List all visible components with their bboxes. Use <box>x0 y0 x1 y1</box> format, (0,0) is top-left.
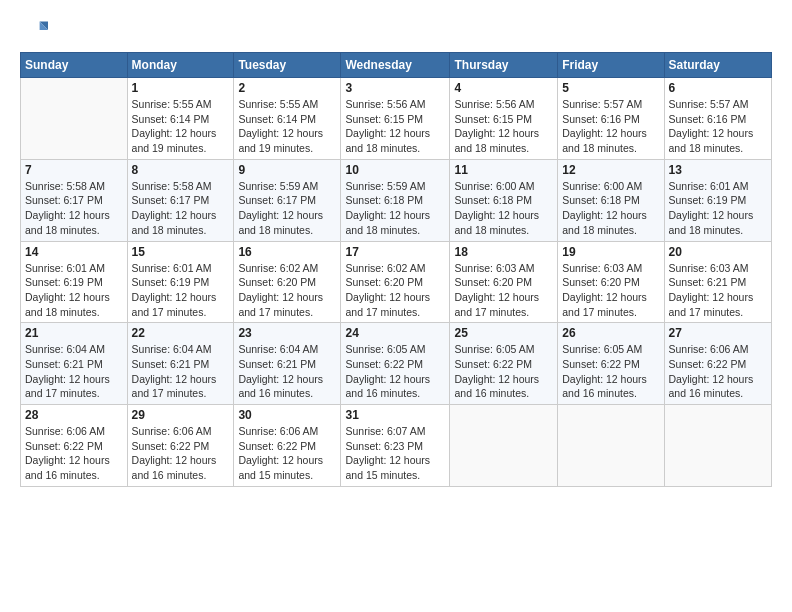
weekday-header-sunday: Sunday <box>21 53 128 78</box>
day-info: Sunrise: 5:55 AMSunset: 6:14 PMDaylight:… <box>238 97 336 156</box>
header <box>20 16 772 44</box>
weekday-header-saturday: Saturday <box>664 53 771 78</box>
day-number: 16 <box>238 245 336 259</box>
day-info: Sunrise: 6:04 AMSunset: 6:21 PMDaylight:… <box>238 342 336 401</box>
day-number: 9 <box>238 163 336 177</box>
calendar-cell <box>450 405 558 487</box>
calendar-cell: 23Sunrise: 6:04 AMSunset: 6:21 PMDayligh… <box>234 323 341 405</box>
calendar-cell: 29Sunrise: 6:06 AMSunset: 6:22 PMDayligh… <box>127 405 234 487</box>
calendar-cell: 2Sunrise: 5:55 AMSunset: 6:14 PMDaylight… <box>234 78 341 160</box>
calendar-cell: 1Sunrise: 5:55 AMSunset: 6:14 PMDaylight… <box>127 78 234 160</box>
day-info: Sunrise: 6:06 AMSunset: 6:22 PMDaylight:… <box>132 424 230 483</box>
calendar-cell: 4Sunrise: 5:56 AMSunset: 6:15 PMDaylight… <box>450 78 558 160</box>
day-info: Sunrise: 6:00 AMSunset: 6:18 PMDaylight:… <box>562 179 659 238</box>
calendar-cell: 19Sunrise: 6:03 AMSunset: 6:20 PMDayligh… <box>558 241 664 323</box>
day-number: 26 <box>562 326 659 340</box>
day-number: 30 <box>238 408 336 422</box>
day-number: 6 <box>669 81 767 95</box>
calendar-cell: 5Sunrise: 5:57 AMSunset: 6:16 PMDaylight… <box>558 78 664 160</box>
calendar-cell: 15Sunrise: 6:01 AMSunset: 6:19 PMDayligh… <box>127 241 234 323</box>
calendar-cell: 17Sunrise: 6:02 AMSunset: 6:20 PMDayligh… <box>341 241 450 323</box>
calendar-cell: 21Sunrise: 6:04 AMSunset: 6:21 PMDayligh… <box>21 323 128 405</box>
day-number: 24 <box>345 326 445 340</box>
day-number: 23 <box>238 326 336 340</box>
day-number: 17 <box>345 245 445 259</box>
calendar-body: 1Sunrise: 5:55 AMSunset: 6:14 PMDaylight… <box>21 78 772 487</box>
calendar-cell: 28Sunrise: 6:06 AMSunset: 6:22 PMDayligh… <box>21 405 128 487</box>
calendar-week-row: 7Sunrise: 5:58 AMSunset: 6:17 PMDaylight… <box>21 159 772 241</box>
weekday-header-wednesday: Wednesday <box>341 53 450 78</box>
day-number: 20 <box>669 245 767 259</box>
day-number: 14 <box>25 245 123 259</box>
calendar-header: SundayMondayTuesdayWednesdayThursdayFrid… <box>21 53 772 78</box>
calendar-week-row: 1Sunrise: 5:55 AMSunset: 6:14 PMDaylight… <box>21 78 772 160</box>
calendar-cell: 8Sunrise: 5:58 AMSunset: 6:17 PMDaylight… <box>127 159 234 241</box>
weekday-header-tuesday: Tuesday <box>234 53 341 78</box>
calendar-week-row: 28Sunrise: 6:06 AMSunset: 6:22 PMDayligh… <box>21 405 772 487</box>
calendar-cell: 10Sunrise: 5:59 AMSunset: 6:18 PMDayligh… <box>341 159 450 241</box>
calendar-cell: 18Sunrise: 6:03 AMSunset: 6:20 PMDayligh… <box>450 241 558 323</box>
day-info: Sunrise: 6:00 AMSunset: 6:18 PMDaylight:… <box>454 179 553 238</box>
calendar-cell: 3Sunrise: 5:56 AMSunset: 6:15 PMDaylight… <box>341 78 450 160</box>
day-info: Sunrise: 6:04 AMSunset: 6:21 PMDaylight:… <box>25 342 123 401</box>
day-info: Sunrise: 6:04 AMSunset: 6:21 PMDaylight:… <box>132 342 230 401</box>
day-info: Sunrise: 6:07 AMSunset: 6:23 PMDaylight:… <box>345 424 445 483</box>
day-number: 3 <box>345 81 445 95</box>
logo <box>20 16 52 44</box>
day-info: Sunrise: 5:59 AMSunset: 6:18 PMDaylight:… <box>345 179 445 238</box>
calendar-cell: 22Sunrise: 6:04 AMSunset: 6:21 PMDayligh… <box>127 323 234 405</box>
day-info: Sunrise: 5:58 AMSunset: 6:17 PMDaylight:… <box>25 179 123 238</box>
calendar-cell: 6Sunrise: 5:57 AMSunset: 6:16 PMDaylight… <box>664 78 771 160</box>
day-info: Sunrise: 5:56 AMSunset: 6:15 PMDaylight:… <box>345 97 445 156</box>
calendar-cell: 13Sunrise: 6:01 AMSunset: 6:19 PMDayligh… <box>664 159 771 241</box>
day-number: 21 <box>25 326 123 340</box>
calendar-cell: 31Sunrise: 6:07 AMSunset: 6:23 PMDayligh… <box>341 405 450 487</box>
weekday-header-thursday: Thursday <box>450 53 558 78</box>
calendar-cell: 20Sunrise: 6:03 AMSunset: 6:21 PMDayligh… <box>664 241 771 323</box>
day-number: 7 <box>25 163 123 177</box>
day-info: Sunrise: 5:57 AMSunset: 6:16 PMDaylight:… <box>562 97 659 156</box>
calendar-cell: 27Sunrise: 6:06 AMSunset: 6:22 PMDayligh… <box>664 323 771 405</box>
calendar-cell: 12Sunrise: 6:00 AMSunset: 6:18 PMDayligh… <box>558 159 664 241</box>
day-info: Sunrise: 6:01 AMSunset: 6:19 PMDaylight:… <box>132 261 230 320</box>
calendar-table: SundayMondayTuesdayWednesdayThursdayFrid… <box>20 52 772 487</box>
day-number: 10 <box>345 163 445 177</box>
calendar-cell: 30Sunrise: 6:06 AMSunset: 6:22 PMDayligh… <box>234 405 341 487</box>
calendar-cell <box>664 405 771 487</box>
day-info: Sunrise: 5:59 AMSunset: 6:17 PMDaylight:… <box>238 179 336 238</box>
day-info: Sunrise: 6:03 AMSunset: 6:20 PMDaylight:… <box>454 261 553 320</box>
day-number: 31 <box>345 408 445 422</box>
day-info: Sunrise: 6:06 AMSunset: 6:22 PMDaylight:… <box>238 424 336 483</box>
calendar-cell: 11Sunrise: 6:00 AMSunset: 6:18 PMDayligh… <box>450 159 558 241</box>
calendar-cell: 9Sunrise: 5:59 AMSunset: 6:17 PMDaylight… <box>234 159 341 241</box>
day-info: Sunrise: 6:06 AMSunset: 6:22 PMDaylight:… <box>25 424 123 483</box>
day-info: Sunrise: 6:01 AMSunset: 6:19 PMDaylight:… <box>25 261 123 320</box>
weekday-header-monday: Monday <box>127 53 234 78</box>
calendar-cell: 26Sunrise: 6:05 AMSunset: 6:22 PMDayligh… <box>558 323 664 405</box>
day-info: Sunrise: 5:56 AMSunset: 6:15 PMDaylight:… <box>454 97 553 156</box>
day-info: Sunrise: 6:06 AMSunset: 6:22 PMDaylight:… <box>669 342 767 401</box>
calendar-cell: 7Sunrise: 5:58 AMSunset: 6:17 PMDaylight… <box>21 159 128 241</box>
day-info: Sunrise: 5:58 AMSunset: 6:17 PMDaylight:… <box>132 179 230 238</box>
day-info: Sunrise: 6:03 AMSunset: 6:20 PMDaylight:… <box>562 261 659 320</box>
day-number: 12 <box>562 163 659 177</box>
calendar-cell: 16Sunrise: 6:02 AMSunset: 6:20 PMDayligh… <box>234 241 341 323</box>
logo-icon <box>20 16 48 44</box>
day-info: Sunrise: 5:55 AMSunset: 6:14 PMDaylight:… <box>132 97 230 156</box>
calendar-cell: 24Sunrise: 6:05 AMSunset: 6:22 PMDayligh… <box>341 323 450 405</box>
day-number: 28 <box>25 408 123 422</box>
day-number: 22 <box>132 326 230 340</box>
day-info: Sunrise: 6:05 AMSunset: 6:22 PMDaylight:… <box>454 342 553 401</box>
day-number: 5 <box>562 81 659 95</box>
day-number: 2 <box>238 81 336 95</box>
calendar-week-row: 14Sunrise: 6:01 AMSunset: 6:19 PMDayligh… <box>21 241 772 323</box>
day-number: 1 <box>132 81 230 95</box>
day-number: 11 <box>454 163 553 177</box>
day-info: Sunrise: 6:05 AMSunset: 6:22 PMDaylight:… <box>345 342 445 401</box>
calendar-cell: 25Sunrise: 6:05 AMSunset: 6:22 PMDayligh… <box>450 323 558 405</box>
day-number: 25 <box>454 326 553 340</box>
weekday-header-friday: Friday <box>558 53 664 78</box>
day-number: 27 <box>669 326 767 340</box>
day-info: Sunrise: 6:02 AMSunset: 6:20 PMDaylight:… <box>345 261 445 320</box>
day-info: Sunrise: 6:02 AMSunset: 6:20 PMDaylight:… <box>238 261 336 320</box>
